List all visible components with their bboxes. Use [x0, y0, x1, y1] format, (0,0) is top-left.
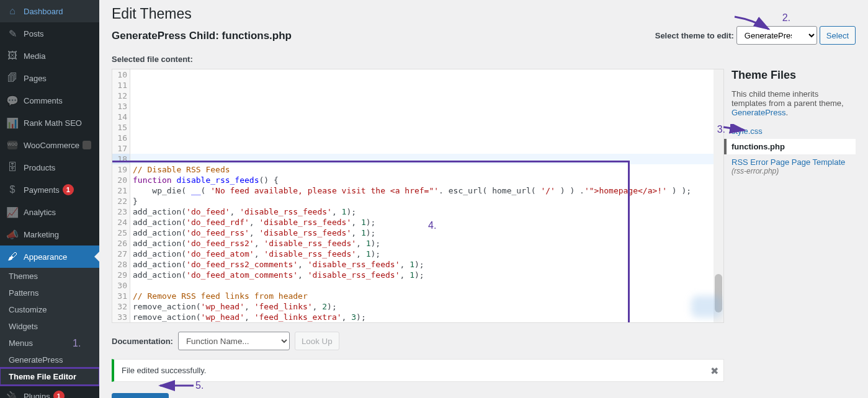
theme-file-item[interactable]: functions.php [724, 139, 856, 154]
badge [83, 141, 91, 149]
menu-woocommerce[interactable]: wooWooCommerce [0, 134, 99, 156]
code-content[interactable]: remove_action('wp_head', 'feed_links', 2… [130, 301, 723, 312]
code-line[interactable]: 17 [112, 143, 723, 154]
code-content[interactable]: remove_action('wp_head', 'feed_links_ext… [130, 312, 723, 322]
line-number: 20 [112, 175, 130, 185]
documentation-select[interactable]: Function Name... [178, 332, 290, 350]
menu-label: Appearance [24, 252, 67, 262]
menu-label: WooCommerce [24, 141, 79, 150]
code-content[interactable]: add_action('do_feed_rss2', 'disable_rss_… [130, 238, 723, 249]
code-line[interactable]: 33remove_action('wp_head', 'feed_links_e… [112, 312, 723, 322]
code-content[interactable]: function disable_rss_feeds() { [130, 175, 723, 185]
theme-select[interactable]: GeneratePress Child [736, 26, 817, 45]
theme-file-item[interactable]: style.css [732, 123, 856, 139]
code-content[interactable] [130, 280, 723, 291]
code-line[interactable]: 12 [112, 91, 723, 101]
code-editor[interactable]: 10111213141516171819// Disable RSS Feeds… [112, 69, 724, 323]
theme-file-link[interactable]: style.css [732, 126, 763, 136]
code-content[interactable]: add_action('do_feed_rdf', 'disable_rss_f… [130, 217, 723, 228]
menu-analytics[interactable]: 📈Analytics [0, 201, 99, 223]
theme-selector: Select theme to edit: GeneratePress Chil… [655, 26, 856, 45]
code-line[interactable]: 22} [112, 196, 723, 206]
notice-text: File edited successfully. [122, 366, 206, 375]
menu-plugins[interactable]: 🔌Plugins1 [0, 385, 99, 398]
theme-file-item[interactable]: RSS Error Page Page Template(rss-error.p… [732, 154, 856, 179]
code-content[interactable]: add_action('do_feed_rss2_comments', 'dis… [130, 259, 723, 270]
code-content[interactable] [130, 101, 723, 112]
menu-label: Products [24, 163, 55, 172]
code-line[interactable]: 26add_action('do_feed_rss2', 'disable_rs… [112, 238, 723, 249]
code-content[interactable] [130, 69, 723, 80]
select-button[interactable]: Select [820, 26, 856, 45]
lookup-button[interactable]: Look Up [295, 332, 339, 350]
documentation-label: Documentation: [112, 337, 173, 346]
scrollbar[interactable] [714, 69, 723, 322]
code-content[interactable]: // Disable RSS Feeds [130, 164, 723, 175]
code-line[interactable]: 29add_action('do_feed_atom_comments', 'd… [112, 270, 723, 280]
submenu-generatepress[interactable]: GeneratePress [0, 352, 99, 368]
menu-products[interactable]: 🗄Products [0, 156, 99, 179]
code-content[interactable] [130, 122, 723, 133]
submenu-customize[interactable]: Customize [0, 301, 99, 318]
code-line[interactable]: 27add_action('do_feed_atom', 'disable_rs… [112, 249, 723, 259]
update-file-button[interactable]: Update File [112, 393, 169, 398]
code-line[interactable]: 24add_action('do_feed_rdf', 'disable_rss… [112, 217, 723, 228]
menu-label: Posts [24, 29, 44, 38]
menu-label: Comments [24, 96, 63, 105]
menu-appearance[interactable]: 🖌Appearance [0, 245, 99, 268]
menu-comments[interactable]: 💬Comments [0, 89, 99, 112]
code-line[interactable]: 13 [112, 101, 723, 112]
code-line[interactable]: 15 [112, 122, 723, 133]
code-line[interactable]: 23add_action('do_feed', 'disable_rss_fee… [112, 206, 723, 217]
submenu-patterns[interactable]: Patterns [0, 285, 99, 301]
code-line[interactable]: 21 wp_die( __( 'No feed available, pleas… [112, 185, 723, 196]
code-content[interactable] [130, 154, 723, 164]
theme-file-link[interactable]: RSS Error Page Page Template [732, 157, 845, 167]
menu-label: Dashboard [24, 7, 63, 16]
code-content[interactable]: // Remove RSS feed links from header [130, 291, 723, 301]
code-line[interactable]: 18 [112, 154, 723, 164]
menu-posts[interactable]: ✎Posts [0, 22, 99, 45]
parent-theme-link[interactable]: GeneratePress [732, 108, 785, 117]
line-number: 18 [112, 154, 130, 164]
code-content[interactable]: } [130, 196, 723, 206]
code-line[interactable]: 20function disable_rss_feeds() { [112, 175, 723, 185]
menu-payments[interactable]: $Payments1 [0, 179, 99, 201]
code-line[interactable]: 25add_action('do_feed_rss', 'disable_rss… [112, 228, 723, 238]
line-number: 14 [112, 112, 130, 122]
menu-marketing[interactable]: 📣Marketing [0, 223, 99, 245]
code-content[interactable]: add_action('do_feed_atom', 'disable_rss_… [130, 249, 723, 259]
code-content[interactable] [130, 112, 723, 122]
code-content[interactable]: wp_die( __( 'No feed available, please v… [130, 185, 723, 196]
menu-dashboard[interactable]: ⌂Dashboard [0, 0, 99, 22]
dismiss-notice-button[interactable]: ✖ [710, 365, 718, 376]
badge: 1 [63, 184, 74, 195]
code-content[interactable] [130, 80, 723, 91]
code-content[interactable]: add_action('do_feed', 'disable_rss_feeds… [130, 206, 723, 217]
code-content[interactable]: add_action('do_feed_rss', 'disable_rss_f… [130, 228, 723, 238]
code-line[interactable]: 14 [112, 112, 723, 122]
menu-pages[interactable]: 🗐Pages [0, 67, 99, 89]
code-content[interactable] [130, 91, 723, 101]
code-content[interactable] [130, 143, 723, 154]
submenu-widgets[interactable]: Widgets [0, 318, 99, 335]
code-content[interactable]: add_action('do_feed_atom_comments', 'dis… [130, 270, 723, 280]
menu-media[interactable]: 🖾Media [0, 45, 99, 67]
code-line[interactable]: 32remove_action('wp_head', 'feed_links',… [112, 301, 723, 312]
marketing-icon: 📣 [6, 228, 19, 241]
code-content[interactable] [130, 133, 723, 143]
menu-rank-math-seo[interactable]: 📊Rank Math SEO [0, 112, 99, 134]
code-line[interactable]: 11 [112, 80, 723, 91]
submenu-theme-file-editor[interactable]: Theme File Editor [0, 368, 99, 385]
submenu-themes[interactable]: Themes [0, 268, 99, 285]
submenu-menus[interactable]: Menus [0, 335, 99, 352]
code-line[interactable]: 19// Disable RSS Feeds [112, 164, 723, 175]
theme-file-link[interactable]: functions.php [732, 142, 785, 151]
page-title: Edit Themes [112, 0, 856, 25]
code-line[interactable]: 31// Remove RSS feed links from header [112, 291, 723, 301]
code-line[interactable]: 10 [112, 69, 723, 80]
code-line[interactable]: 28add_action('do_feed_rss2_comments', 'd… [112, 259, 723, 270]
code-line[interactable]: 16 [112, 133, 723, 143]
code-line[interactable]: 30 [112, 280, 723, 291]
media-icon: 🖾 [6, 50, 19, 62]
